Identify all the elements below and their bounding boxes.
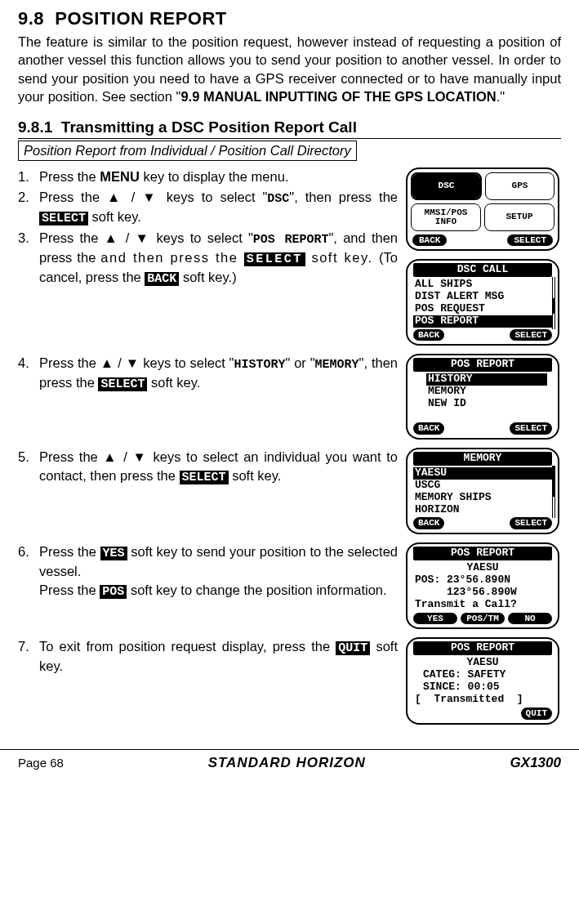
- step-4: 4. Press the ▲ / ▼ keys to select "HISTO…: [18, 354, 398, 393]
- intro-paragraph: The feature is similar to the position r…: [18, 33, 561, 105]
- menu-cell-dsc: DSC: [411, 172, 482, 200]
- menu-cell-gps: GPS: [485, 172, 555, 200]
- step-5: 5. Press the ▲ / ▼ keys to select an ind…: [18, 448, 398, 486]
- softkey-select[interactable]: SELECT: [510, 329, 552, 341]
- softkey-select[interactable]: SELECT: [510, 517, 552, 529]
- softkey-select[interactable]: SELECT: [510, 422, 552, 435]
- page-footer: Page 68 STANDARD HORIZON GX1300: [0, 749, 579, 781]
- page-number: Page 68: [18, 756, 64, 770]
- softkey-postm[interactable]: POS/TM: [461, 613, 505, 625]
- brand-logo: STANDARD HORIZON: [208, 755, 366, 771]
- softkey-back[interactable]: BACK: [413, 329, 444, 341]
- step-6: 6. Press the YES soft key to send your p…: [18, 542, 398, 600]
- subsection-title: 9.8.1 Transmitting a DSC Position Report…: [18, 118, 561, 139]
- softkey-no[interactable]: NO: [508, 613, 552, 625]
- lcd-pos-report: POS REPORT HISTORY MEMORY NEW ID BACK SE…: [406, 354, 559, 439]
- lcd-menu-grid: DSC GPS MMSI/POS INFO SETUP BACK SELECT: [406, 167, 559, 251]
- menu-cell-setup: SETUP: [484, 203, 555, 231]
- softkey-back[interactable]: BACK: [412, 234, 447, 246]
- step-2: 2. Press the ▲ / ▼ keys to select "DSC",…: [18, 188, 398, 227]
- model-number: GX1300: [510, 755, 561, 771]
- softkey-back[interactable]: BACK: [413, 422, 444, 435]
- step-3: 3. Press the ▲ / ▼ keys to select "POS R…: [18, 229, 398, 288]
- lcd-transmitted: POS REPORT YAESU CATEG: SAFETY SINCE: 00…: [406, 637, 559, 724]
- step-7: 7. To exit from position request display…: [18, 637, 398, 676]
- menu-cell-mmsi: MMSI/POS INFO: [411, 203, 481, 231]
- scrollbar: [552, 466, 555, 518]
- section-title: 9.8 POSITION REPORT: [18, 8, 561, 29]
- softkey-select[interactable]: SELECT: [507, 234, 553, 246]
- step-1: 1. Press the MENU key to display the men…: [18, 167, 398, 186]
- subheader-box: Position Report from Individual / Positi…: [18, 141, 357, 161]
- softkey-yes[interactable]: YES: [413, 613, 457, 625]
- lcd-transmit: POS REPORT YAESU POS: 23°56.890N 123°56.…: [406, 542, 559, 629]
- softkey-quit[interactable]: QUIT: [521, 708, 552, 720]
- softkey-back[interactable]: BACK: [413, 517, 444, 529]
- lcd-memory: MEMORY YAESU USCG MEMORY SHIPS HORIZON B…: [406, 448, 559, 534]
- scrollbar: [552, 277, 555, 329]
- lcd-dsc-call: DSC CALL ALL SHIPS DIST ALERT MSG POS RE…: [406, 259, 559, 346]
